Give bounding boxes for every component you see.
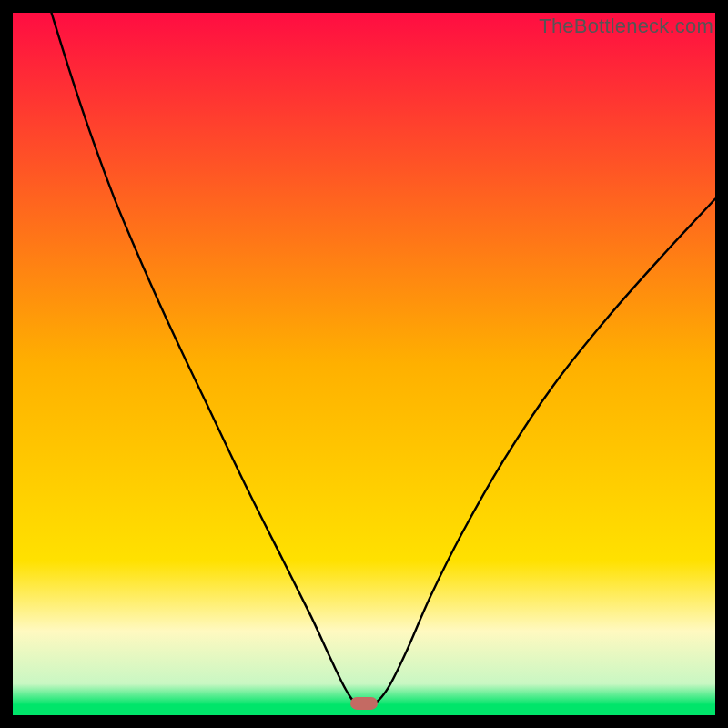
optimal-marker [350,697,378,710]
gradient-background [13,13,715,715]
chart-svg [13,13,715,715]
chart-frame: TheBottleneck.com [0,0,728,728]
watermark-text: TheBottleneck.com [539,15,713,38]
chart-plot-area [13,13,715,715]
